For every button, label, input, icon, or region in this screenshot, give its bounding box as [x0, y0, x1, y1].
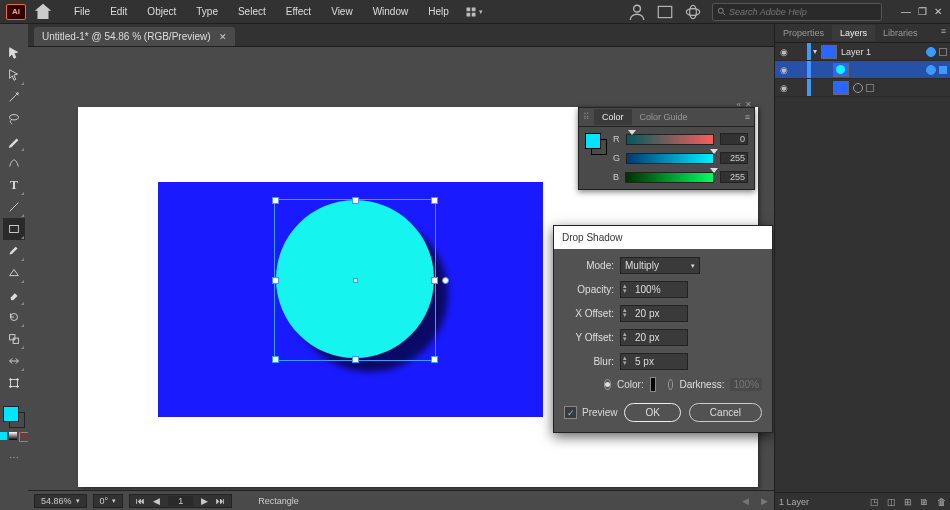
scroll-right-icon[interactable]: ▶: [761, 496, 768, 506]
user-icon[interactable]: [628, 3, 646, 21]
panel-options-icon[interactable]: ≡: [941, 26, 946, 36]
panel-menu-icon[interactable]: ≡: [745, 112, 750, 122]
first-artboard-icon[interactable]: ⏮: [136, 496, 145, 506]
type-tool-icon[interactable]: T: [3, 174, 25, 196]
color-mode-icons[interactable]: [0, 432, 29, 442]
menu-window[interactable]: Window: [363, 3, 419, 20]
line-tool-icon[interactable]: [3, 196, 25, 218]
menu-type[interactable]: Type: [186, 3, 228, 20]
menu-object[interactable]: Object: [137, 3, 186, 20]
svg-rect-13: [10, 226, 19, 233]
visibility-icon[interactable]: ◉: [777, 65, 791, 75]
target-icon[interactable]: [926, 65, 936, 75]
canvas[interactable]: «✕ ⠿ Color Color Guide ≡ R0G255B255 Drop…: [28, 47, 774, 490]
target-icon[interactable]: [853, 83, 863, 93]
menu-effect[interactable]: Effect: [276, 3, 321, 20]
delete-layer-icon[interactable]: 🗑: [937, 497, 946, 507]
shaper-tool-icon[interactable]: [3, 262, 25, 284]
visibility-icon[interactable]: ◉: [777, 83, 791, 93]
blur-field[interactable]: ▴▾5 px: [620, 353, 688, 370]
tab-properties[interactable]: Properties: [775, 25, 832, 41]
panel-grip-icon[interactable]: ⠿: [579, 112, 594, 122]
free-transform-tool-icon[interactable]: [3, 372, 25, 394]
locate-object-icon[interactable]: ◳: [870, 497, 879, 507]
artboard-nav[interactable]: ⏮◀ 1 ▶⏭: [129, 494, 232, 508]
xoffset-field[interactable]: ▴▾20 px: [620, 305, 688, 322]
disclosure-icon[interactable]: ▾: [811, 47, 819, 56]
layer-row[interactable]: ◉: [775, 61, 950, 79]
more-tools-icon[interactable]: ⋯: [3, 446, 25, 468]
color-value-field[interactable]: 255: [720, 171, 748, 183]
new-sublayer-icon[interactable]: ⊞: [904, 497, 912, 507]
layer-row[interactable]: ◉▾Layer 1: [775, 43, 950, 61]
selection-indicator[interactable]: [939, 48, 947, 56]
cancel-button[interactable]: Cancel: [689, 403, 762, 422]
eraser-tool-icon[interactable]: [3, 284, 25, 306]
rotate-field[interactable]: 0°▾: [93, 494, 124, 508]
workspace-switcher-icon[interactable]: ▾: [465, 3, 483, 21]
window-restore-icon[interactable]: ❐: [916, 6, 928, 18]
menu-edit[interactable]: Edit: [100, 3, 137, 20]
prev-artboard-icon[interactable]: ◀: [153, 496, 160, 506]
last-artboard-icon[interactable]: ⏭: [216, 496, 225, 506]
magic-wand-tool-icon[interactable]: [3, 86, 25, 108]
svg-rect-16: [11, 380, 18, 387]
opacity-field[interactable]: ▴▾100%: [620, 281, 688, 298]
curvature-tool-icon[interactable]: [3, 152, 25, 174]
status-tool-label: Rectangle: [258, 496, 299, 506]
scroll-left-icon[interactable]: ◀: [742, 496, 749, 506]
window-close-icon[interactable]: ✕: [932, 6, 944, 18]
color-value-field[interactable]: 255: [720, 152, 748, 164]
yoffset-field[interactable]: ▴▾20 px: [620, 329, 688, 346]
rotate-tool-icon[interactable]: [3, 306, 25, 328]
new-layer-icon[interactable]: 🗎: [920, 497, 929, 507]
preview-checkbox[interactable]: ✓Preview: [564, 406, 618, 419]
scale-tool-icon[interactable]: [3, 328, 25, 350]
color-value-field[interactable]: 0: [720, 133, 748, 145]
panel-collapse-icon[interactable]: «: [737, 100, 741, 109]
color-radio[interactable]: [604, 379, 611, 390]
lasso-tool-icon[interactable]: [3, 108, 25, 130]
menu-file[interactable]: File: [64, 3, 100, 20]
ok-button[interactable]: OK: [624, 403, 680, 422]
menu-help[interactable]: Help: [418, 3, 459, 20]
visibility-icon[interactable]: ◉: [777, 47, 791, 57]
selection-indicator[interactable]: [866, 84, 874, 92]
color-tab[interactable]: Color: [594, 109, 632, 125]
color-panel-swatch[interactable]: [585, 133, 607, 155]
paintbrush-tool-icon[interactable]: [3, 240, 25, 262]
color-guide-tab[interactable]: Color Guide: [632, 109, 696, 125]
tab-layers[interactable]: Layers: [832, 25, 875, 41]
pen-tool-icon[interactable]: [3, 130, 25, 152]
window-minimize-icon[interactable]: —: [900, 6, 912, 18]
gpu-icon[interactable]: [684, 3, 702, 21]
chevron-down-icon: ▾: [691, 262, 695, 270]
shadow-color-swatch[interactable]: [650, 377, 657, 392]
selection-indicator[interactable]: [939, 66, 947, 74]
menu-view[interactable]: View: [321, 3, 363, 20]
zoom-field[interactable]: 54.86%▾: [34, 494, 87, 508]
selection-tool-icon[interactable]: [3, 42, 25, 64]
arrange-docs-icon[interactable]: [656, 3, 674, 21]
darkness-radio[interactable]: [668, 379, 673, 390]
target-icon[interactable]: [926, 47, 936, 57]
width-tool-icon[interactable]: [3, 350, 25, 372]
next-artboard-icon[interactable]: ▶: [201, 496, 208, 506]
close-tab-icon[interactable]: ✕: [219, 32, 227, 42]
fill-stroke-swatch[interactable]: [3, 406, 25, 428]
spinner-icon[interactable]: ▴▾: [623, 283, 627, 293]
direct-selection-tool-icon[interactable]: [3, 64, 25, 86]
rectangle-tool-icon[interactable]: [3, 218, 25, 240]
search-input[interactable]: [712, 3, 882, 21]
document-tab[interactable]: Untitled-1* @ 54.86 % (RGB/Preview) ✕: [34, 27, 235, 46]
panel-close-icon[interactable]: ✕: [745, 100, 752, 109]
menu-select[interactable]: Select: [228, 3, 276, 20]
color-slider[interactable]: [625, 172, 714, 183]
color-slider[interactable]: [626, 153, 714, 164]
mode-dropdown[interactable]: Multiply▾: [620, 257, 700, 274]
layer-row[interactable]: ◉: [775, 79, 950, 97]
make-clipping-mask-icon[interactable]: ◫: [887, 497, 896, 507]
home-icon[interactable]: [32, 4, 54, 20]
color-slider[interactable]: [626, 134, 715, 145]
tab-libraries[interactable]: Libraries: [875, 25, 926, 41]
